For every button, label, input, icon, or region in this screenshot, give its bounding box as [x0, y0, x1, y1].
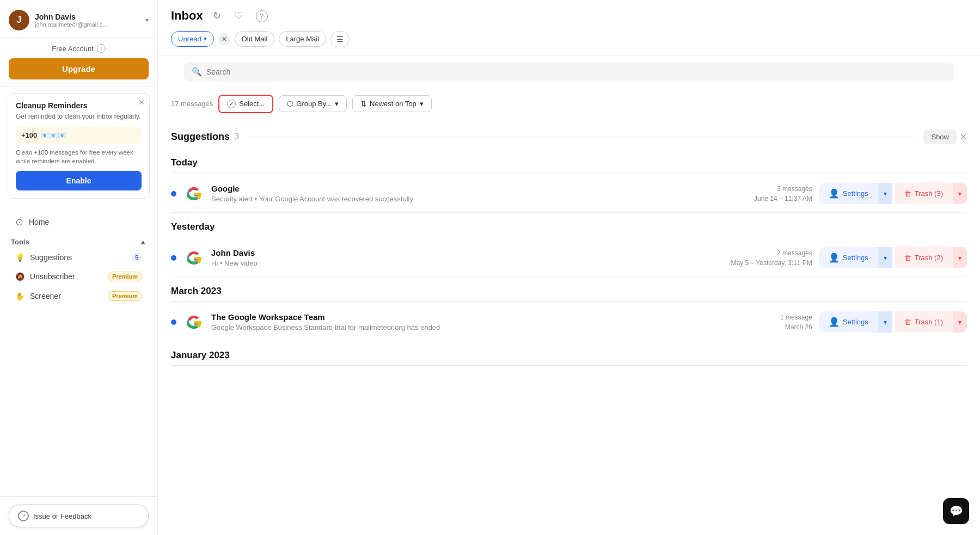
cleanup-desc: Get reminded to clean your Inbox regular… [16, 112, 142, 121]
email-date: May 5 – Yesterday, 3:11 PM [731, 259, 812, 267]
message-number: 1 message [780, 313, 812, 321]
google-logo-icon [183, 183, 205, 205]
help-button[interactable]: ? [253, 9, 271, 23]
settings-button[interactable]: 👤 Settings [819, 247, 878, 268]
message-number: 3 messages [754, 185, 812, 193]
check-circle-icon: ✓ [227, 100, 236, 108]
unread-filter-button[interactable]: Unread ▾ [171, 31, 214, 47]
chevron-down-icon: ▾ [884, 190, 887, 198]
search-bar: 🔍 [171, 56, 967, 82]
suggestions-count: 3 [234, 132, 239, 142]
sidebar-nav: ⊙ Home Tools ▲ 💡 Suggestions 5 🔕 Unsubsc… [0, 205, 157, 496]
free-account-section: Free Account i Upgrade [0, 38, 157, 87]
action-group: 👤 Settings ▾ 🗑 Trash (3) ▾ [819, 183, 967, 204]
settings-expand-button[interactable]: ▾ [878, 247, 892, 268]
avatar: J [9, 10, 29, 30]
sort-icon: ⇅ [360, 100, 366, 108]
help-icon: ? [256, 10, 268, 22]
sidebar-item-home[interactable]: ⊙ Home [4, 211, 153, 233]
cleanup-reminders-card: ✕ Cleanup Reminders Get reminded to clea… [8, 93, 150, 199]
google-logo-icon [183, 247, 205, 269]
settings-expand-button[interactable]: ▾ [878, 183, 892, 204]
chevron-down-icon: ▾ [420, 100, 424, 108]
person-icon: 👤 [829, 253, 840, 263]
suggestions-show-button[interactable]: Show [923, 130, 957, 144]
chat-fab-button[interactable]: 💬 [943, 498, 969, 524]
suggestions-close-button[interactable]: ✕ [960, 132, 967, 142]
unread-filter-remove-button[interactable]: ✕ [218, 33, 230, 45]
home-icon: ⊙ [15, 216, 23, 228]
sidebar-item-unsubscriber[interactable]: 🔕 Unsubscriber Premium [11, 267, 146, 286]
trash-icon: 🗑 [904, 254, 911, 262]
chevron-down-icon: ▾ [145, 16, 149, 24]
chevron-down-icon: ▾ [884, 318, 887, 326]
group-today: Today [171, 149, 967, 173]
sidebar-footer: ? Issue or Feedback [0, 496, 157, 535]
filter-row: Unread ▾ ✕ Old Mail Large Mail ☰ [171, 31, 967, 47]
email-body: Google Security alert • Your Google Acco… [211, 184, 748, 203]
trash-button[interactable]: 🗑 Trash (3) [895, 183, 953, 204]
user-info: John Davis john.mailmeteor@gmail.c... [35, 13, 140, 28]
select-button[interactable]: ✓ Select... [218, 95, 273, 113]
email-meta: 3 messages June 14 – 11:37 AM [754, 185, 812, 202]
group-january-2023: January 2023 [171, 341, 967, 365]
email-sender: Google [211, 184, 748, 193]
settings-button[interactable]: 👤 Settings [819, 183, 878, 204]
sidebar: J John Davis john.mailmeteor@gmail.c... … [0, 0, 158, 535]
tools-header: Tools ▲ [11, 238, 146, 246]
refresh-icon: ↻ [213, 10, 221, 21]
main-content: Inbox ↻ ♡ ? Unread ▾ ✕ Old Mail Large Ma… [158, 0, 980, 535]
email-date: March 26 [780, 323, 812, 331]
section-divider [246, 137, 917, 137]
search-input[interactable] [206, 62, 946, 82]
issue-feedback-button[interactable]: ? Issue or Feedback [9, 505, 149, 527]
cleanup-bonus: +100 📧📧📧 [16, 127, 142, 144]
cleanup-close-button[interactable]: ✕ [138, 98, 145, 107]
free-account-label: Free Account i [9, 44, 149, 53]
trash-button[interactable]: 🗑 Trash (2) [895, 247, 953, 268]
refresh-button[interactable]: ↻ [210, 9, 224, 23]
inbox-header: Inbox ↻ ♡ ? Unread ▾ ✕ Old Mail Large Ma… [158, 0, 980, 56]
chevron-down-icon: ▾ [204, 35, 207, 42]
trash-expand-button[interactable]: ▾ [953, 183, 967, 204]
unread-indicator [171, 319, 176, 325]
sidebar-item-suggestions[interactable]: 💡 Suggestions 5 [11, 248, 146, 267]
info-icon[interactable]: i [97, 44, 106, 53]
group-by-button[interactable]: ⬡ Group By... ▾ [279, 95, 347, 112]
email-date: June 14 – 11:37 AM [754, 195, 812, 202]
old-mail-filter-button[interactable]: Old Mail [235, 31, 275, 47]
group-by-icon: ⬡ [287, 100, 293, 108]
user-name: John Davis [35, 13, 140, 21]
person-icon: 👤 [829, 188, 840, 199]
mail-emoji-icon: 📧📧📧 [40, 131, 66, 139]
search-icon: 🔍 [192, 67, 202, 77]
trash-expand-button[interactable]: ▾ [953, 247, 967, 268]
question-icon: ? [18, 511, 29, 521]
unsubscriber-premium-badge: Premium [108, 272, 142, 281]
unsubscriber-icon: 🔕 [15, 272, 24, 281]
trash-expand-button[interactable]: ▾ [953, 311, 967, 333]
favorite-button[interactable]: ♡ [231, 9, 246, 23]
unread-indicator [171, 255, 176, 261]
sidebar-item-screener[interactable]: ✋ Screener Premium [11, 286, 146, 306]
newest-on-top-button[interactable]: ⇅ Newest on Top ▾ [352, 95, 432, 112]
email-sender: The Google Workspace Team [211, 312, 774, 322]
enable-button[interactable]: Enable [16, 171, 142, 190]
person-icon: 👤 [829, 317, 840, 327]
trash-button[interactable]: 🗑 Trash (1) [895, 311, 953, 333]
action-group: 👤 Settings ▾ 🗑 Trash (1) ▾ [819, 311, 967, 333]
large-mail-filter-button[interactable]: Large Mail [279, 31, 326, 47]
chevron-down-icon: ▾ [958, 254, 961, 262]
settings-button[interactable]: 👤 Settings [819, 311, 878, 333]
trash-icon: 🗑 [904, 189, 911, 198]
screener-icon: ✋ [15, 292, 24, 300]
chevron-down-icon: ▾ [884, 254, 887, 262]
user-header[interactable]: J John Davis john.mailmeteor@gmail.c... … [0, 0, 157, 38]
email-body: John Davis Hi • New video [211, 248, 725, 267]
user-email: john.mailmeteor@gmail.c... [35, 21, 140, 28]
heart-icon: ♡ [234, 10, 243, 21]
more-filters-button[interactable]: ☰ [330, 31, 350, 47]
email-list: Suggestions 3 Show ✕ Today Google [158, 121, 980, 536]
settings-expand-button[interactable]: ▾ [878, 311, 892, 333]
upgrade-button[interactable]: Upgrade [9, 58, 149, 79]
